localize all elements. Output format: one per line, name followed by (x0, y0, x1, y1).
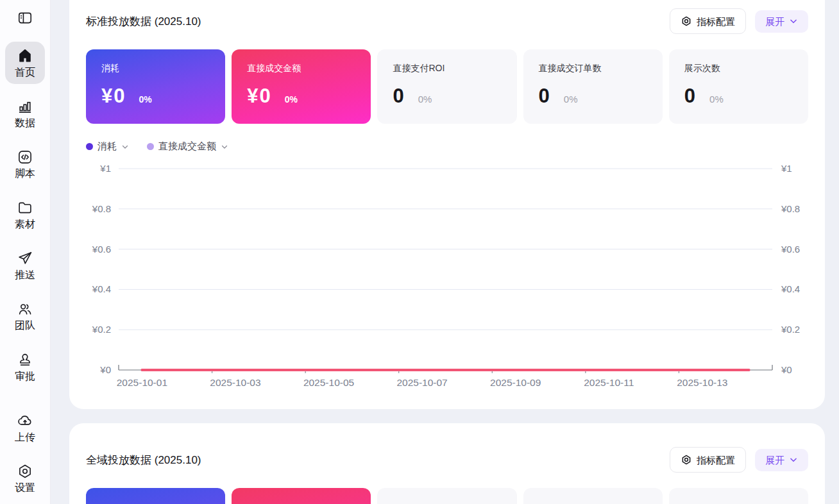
stat-value: ¥0 (101, 85, 126, 108)
stat-change: 0% (285, 94, 298, 105)
sidebar-item-label: 上传 (15, 431, 35, 444)
svg-text:¥0.8: ¥0.8 (781, 203, 800, 214)
sidebar-item-label: 数据 (15, 117, 35, 130)
svg-text:¥0.6: ¥0.6 (92, 244, 111, 255)
sidebar-item-material[interactable]: 素材 (5, 194, 45, 236)
line-chart-svg: ¥1¥1¥0.8¥0.8¥0.6¥0.6¥0.4¥0.4¥0.2¥0.2¥0¥0… (69, 158, 825, 389)
stat-card-direct-orders: 直接成交订单数 0 0% (523, 49, 663, 124)
expand-label: 展开 (765, 455, 784, 465)
sidebar-item-push[interactable]: 推送 (5, 244, 45, 287)
sidebar-item-label: 团队 (15, 319, 35, 333)
stat-card (232, 488, 371, 504)
section-title: 全域投放数据 (2025.10) (86, 453, 201, 467)
sidebar-item-label: 推送 (15, 269, 35, 282)
home-icon (17, 47, 33, 64)
stat-value: 0 (393, 85, 405, 108)
stat-label: 直接成交金额 (247, 63, 355, 74)
stat-card-impressions: 展示次数 0 0% (669, 49, 808, 124)
sidebar-item-approval[interactable]: 审批 (5, 346, 45, 388)
metric-config-icon (681, 454, 692, 466)
stat-change: 0% (709, 94, 724, 105)
svg-text:2025-10-09: 2025-10-09 (490, 377, 541, 388)
svg-text:¥0.2: ¥0.2 (781, 324, 800, 335)
settings-icon (17, 463, 33, 480)
svg-text:2025-10-03: 2025-10-03 (210, 377, 260, 388)
svg-text:2025-10-07: 2025-10-07 (396, 377, 447, 388)
stat-change: 0% (418, 94, 432, 105)
svg-text:¥1: ¥1 (781, 163, 792, 174)
stat-card-row-global (86, 488, 808, 504)
stat-label: 展示次数 (684, 63, 793, 74)
sidebar-item-label: 设置 (15, 482, 35, 495)
sidebar-item-team[interactable]: 团队 (5, 295, 45, 337)
svg-text:2025-10-05: 2025-10-05 (303, 377, 354, 388)
legend-label: 消耗 (97, 140, 117, 153)
sidebar-item-home[interactable]: 首页 (5, 42, 45, 84)
svg-text:¥1: ¥1 (99, 163, 111, 174)
sidebar-toggle-button[interactable] (14, 10, 36, 26)
stat-value: 0 (684, 85, 697, 108)
chevron-down-icon (789, 17, 798, 26)
team-icon (17, 301, 33, 317)
expand-label: 展开 (765, 17, 784, 26)
metric-config-label: 指标配置 (697, 455, 735, 465)
standard-delivery-section: 标准投放数据 (2025.10) 指标配置 展开 (69, 0, 825, 409)
sidebar-item-script[interactable]: 脚本 (5, 143, 45, 185)
stat-card-row: 消耗 ¥0 0% 直接成交金额 ¥0 0% 直接支付ROI 0 0% (86, 49, 808, 124)
sidebar-item-settings[interactable]: 设置 (5, 457, 45, 500)
trend-chart: ¥1¥1¥0.8¥0.8¥0.6¥0.6¥0.4¥0.4¥0.2¥0.2¥0¥0… (69, 158, 825, 389)
section-title: 标准投放数据 (2025.10) (86, 14, 201, 29)
stat-label: 消耗 (101, 63, 210, 74)
svg-text:¥0: ¥0 (781, 364, 792, 375)
sidebar-item-label: 素材 (15, 218, 35, 231)
svg-text:¥0.4: ¥0.4 (92, 283, 111, 294)
legend-item-direct-gmv[interactable]: 直接成交金额 (147, 140, 228, 153)
legend-item-consumption[interactable]: 消耗 (86, 140, 129, 153)
stat-card-direct-roi: 直接支付ROI 0 0% (377, 49, 516, 124)
main-content: 标准投放数据 (2025.10) 指标配置 展开 (69, 0, 825, 504)
expand-button-global[interactable]: 展开 (755, 449, 808, 471)
legend-dot (86, 143, 93, 150)
stat-change: 0% (139, 94, 151, 105)
svg-text:¥0.8: ¥0.8 (92, 203, 111, 214)
metric-config-label: 指标配置 (697, 17, 735, 26)
chevron-down-icon (789, 455, 798, 464)
stat-value: ¥0 (247, 85, 271, 108)
stat-card-consumption: 消耗 ¥0 0% (86, 49, 225, 124)
stat-card (523, 488, 663, 504)
legend-label: 直接成交金额 (158, 140, 216, 153)
svg-text:¥0.4: ¥0.4 (781, 283, 800, 294)
sidebar-toggle-icon (17, 10, 33, 26)
svg-text:2025-10-11: 2025-10-11 (584, 377, 634, 388)
sidebar-item-label: 脚本 (15, 167, 35, 181)
stat-label: 直接支付ROI (393, 63, 501, 74)
sidebar-item-label: 首页 (15, 66, 35, 80)
svg-text:2025-10-13: 2025-10-13 (677, 377, 727, 388)
chevron-down-icon (221, 143, 228, 151)
chart-legend: 消耗 直接成交金额 (86, 140, 808, 153)
stat-label: 直接成交订单数 (539, 63, 647, 74)
stat-card (669, 488, 808, 504)
stat-value: 0 (539, 85, 551, 108)
sidebar-item-data[interactable]: 数据 (5, 92, 45, 135)
svg-text:2025-10-01: 2025-10-01 (117, 377, 167, 388)
sidebar-item-label: 审批 (15, 370, 35, 383)
svg-text:¥0.2: ¥0.2 (92, 324, 111, 335)
sidebar: 首页 数据 脚本 素材 推送 (0, 0, 51, 504)
metric-config-button-global[interactable]: 指标配置 (670, 447, 746, 473)
stat-card-direct-gmv: 直接成交金额 ¥0 0% (232, 49, 371, 124)
stat-card (377, 488, 516, 504)
svg-text:¥0: ¥0 (99, 364, 111, 375)
expand-button[interactable]: 展开 (755, 10, 808, 33)
global-delivery-section: 全域投放数据 (2025.10) 指标配置 展开 (69, 423, 825, 504)
metric-config-button[interactable]: 指标配置 (670, 8, 746, 34)
stat-card (86, 488, 225, 504)
folder-icon (17, 199, 33, 216)
svg-text:¥0.6: ¥0.6 (781, 244, 800, 255)
stamp-icon (17, 351, 33, 368)
sidebar-item-upload[interactable]: 上传 (5, 407, 45, 449)
code-icon (17, 149, 33, 165)
cloud-upload-icon (17, 412, 33, 429)
bar-chart-icon (17, 98, 33, 115)
chevron-down-icon (121, 143, 129, 151)
